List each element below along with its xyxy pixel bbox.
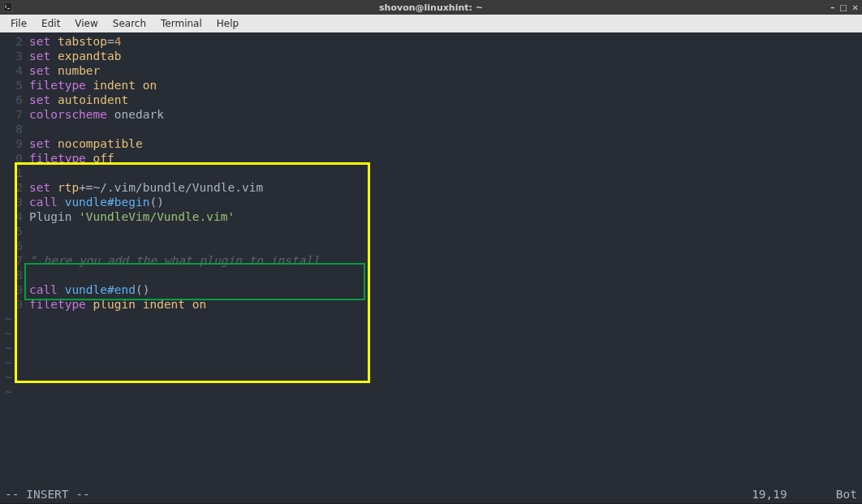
close-button[interactable]: ✕ [852, 3, 859, 12]
window-title: shovon@linuxhint: ~ [379, 2, 483, 13]
status-cursor-position: 19,19 [752, 488, 787, 501]
code-line[interactable]: 9set nocompatible [0, 136, 862, 151]
menu-view[interactable]: View [67, 15, 105, 32]
line-number: 6 [0, 239, 29, 253]
menu-help[interactable]: Help [209, 15, 246, 32]
code-line[interactable]: 5filetype indent on [0, 78, 862, 93]
code-content[interactable]: set tabstop=4 [29, 34, 122, 49]
line-number: 2 [0, 34, 29, 49]
minimize-button[interactable]: – [830, 3, 834, 12]
code-line[interactable]: 3set expandtab [0, 49, 862, 63]
terminal-area[interactable]: 2set tabstop=43set expandtab4set number5… [0, 32, 862, 503]
code-content[interactable]: set expandtab [29, 49, 122, 63]
code-line[interactable]: 4Plugin 'VundleVim/Vundle.vim' [0, 209, 862, 224]
editor[interactable]: 2set tabstop=43set expandtab4set number5… [0, 32, 862, 399]
status-scroll: Bot [836, 488, 857, 501]
code-line[interactable]: 2set tabstop=4 [0, 34, 862, 49]
line-number: 5 [0, 78, 29, 93]
code-content[interactable]: colorscheme onedark [29, 107, 164, 122]
line-number: 0 [0, 151, 29, 166]
code-content[interactable]: set autoindent [29, 93, 128, 107]
menu-file[interactable]: File [3, 15, 34, 32]
code-content[interactable]: set rtp+=~/.vim/bundle/Vundle.vim [29, 180, 263, 195]
code-content[interactable]: filetype off [29, 151, 114, 166]
line-number: 7 [0, 107, 29, 122]
code-line[interactable]: 6set autoindent [0, 93, 862, 107]
empty-line-tilde: ~ [0, 326, 862, 341]
maximize-button[interactable]: □ [839, 3, 847, 12]
line-number: 3 [0, 195, 29, 209]
code-content[interactable]: " here you add the what plugin to instal… [29, 253, 320, 268]
code-content[interactable]: call vundle#begin() [29, 195, 164, 209]
menu-edit[interactable]: Edit [34, 15, 67, 32]
code-line[interactable]: 4set number [0, 63, 862, 78]
line-number: 7 [0, 253, 29, 268]
title-bar: shovon@linuxhint: ~ – □ ✕ [0, 0, 862, 15]
menu-terminal[interactable]: Terminal [153, 15, 209, 32]
code-line[interactable]: 9call vundle#end() [0, 282, 862, 297]
line-number: 2 [0, 180, 29, 195]
code-line[interactable]: 5 [0, 224, 862, 239]
empty-line-tilde: ~ [0, 385, 862, 399]
line-number: 9 [0, 282, 29, 297]
code-line[interactable]: 1 [0, 166, 862, 180]
line-number: 0 [0, 297, 29, 312]
status-line: -- INSERT -- 19,19 Bot [0, 487, 862, 502]
code-content[interactable]: Plugin 'VundleVim/Vundle.vim' [29, 209, 235, 224]
code-line[interactable]: 0filetype plugin indent on [0, 297, 862, 312]
line-number: 4 [0, 209, 29, 224]
window-controls: – □ ✕ [830, 3, 859, 12]
code-line[interactable]: 7colorscheme onedark [0, 107, 862, 122]
line-number: 4 [0, 63, 29, 78]
code-content[interactable]: filetype plugin indent on [29, 297, 206, 312]
menu-search[interactable]: Search [106, 15, 153, 32]
line-number: 8 [0, 122, 29, 136]
code-line[interactable]: 7" here you add the what plugin to insta… [0, 253, 862, 268]
empty-line-tilde: ~ [0, 341, 862, 355]
code-line[interactable]: 8 [0, 268, 862, 282]
line-number: 1 [0, 166, 29, 180]
line-number: 8 [0, 268, 29, 282]
line-number: 6 [0, 93, 29, 107]
line-number: 5 [0, 224, 29, 239]
svg-rect-0 [3, 2, 12, 11]
code-line[interactable]: 2set rtp+=~/.vim/bundle/Vundle.vim [0, 180, 862, 195]
code-content[interactable]: call vundle#end() [29, 282, 149, 297]
code-line[interactable]: 0filetype off [0, 151, 862, 166]
code-content[interactable]: set nocompatible [29, 136, 143, 151]
code-line[interactable]: 3call vundle#begin() [0, 195, 862, 209]
status-mode: -- INSERT -- [5, 488, 90, 501]
line-number: 9 [0, 136, 29, 151]
code-line[interactable]: 8 [0, 122, 862, 136]
empty-line-tilde: ~ [0, 355, 862, 370]
code-content[interactable]: set number [29, 63, 100, 78]
code-line[interactable]: 6 [0, 239, 862, 253]
code-content[interactable]: filetype indent on [29, 78, 157, 93]
empty-line-tilde: ~ [0, 370, 862, 385]
line-number: 3 [0, 49, 29, 63]
menu-bar: FileEditViewSearchTerminalHelp [0, 15, 862, 32]
terminal-icon [3, 2, 12, 11]
empty-line-tilde: ~ [0, 312, 862, 326]
